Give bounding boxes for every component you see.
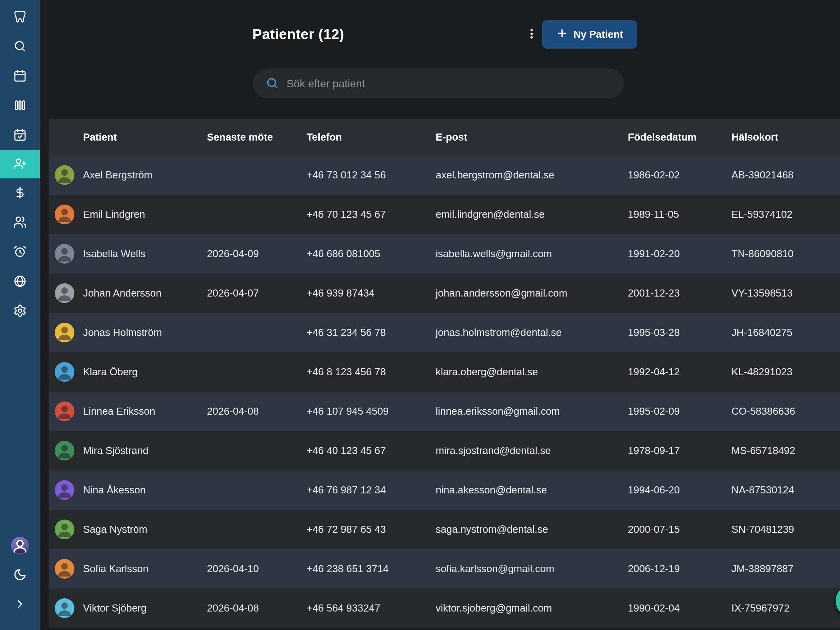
users-icon xyxy=(13,215,27,230)
healthcard-cell: MS-65718492 xyxy=(731,445,840,456)
phone-cell: +46 8 123 456 78 xyxy=(306,366,436,378)
gear-icon xyxy=(13,304,27,319)
patient-name: Sofia Karlsson xyxy=(83,563,148,575)
phone-cell: +46 939 87434 xyxy=(306,287,436,299)
column-header-healthcard[interactable]: Hälsokort xyxy=(731,131,840,143)
column-header-phone[interactable]: Telefon xyxy=(306,131,436,143)
table-row[interactable]: Emil Lindgren +46 70 123 45 67 emil.lind… xyxy=(49,195,840,234)
dob-cell: 1992-04-12 xyxy=(628,366,731,378)
patient-avatar xyxy=(55,362,74,382)
phone-cell: +46 107 945 4509 xyxy=(306,405,436,417)
patient-cell: Isabella Wells xyxy=(49,244,207,264)
sidebar-item-web[interactable] xyxy=(0,267,39,296)
phone-cell: +46 238 651 3714 xyxy=(306,563,436,575)
patient-table: Patient Senaste möte Telefon E-post Föde… xyxy=(49,119,840,628)
calendar-icon xyxy=(13,69,27,84)
column-header-patient[interactable]: Patient xyxy=(49,131,207,143)
sidebar-item-team[interactable] xyxy=(0,208,39,237)
dark-mode-toggle[interactable] xyxy=(0,560,39,590)
sidebar-item-calendar[interactable] xyxy=(0,62,39,91)
phone-cell: +46 73 012 34 56 xyxy=(306,169,436,181)
healthcard-cell: VY-13598513 xyxy=(731,287,840,299)
phone-cell: +46 686 081005 xyxy=(306,248,436,260)
column-header-dob[interactable]: Födelsedatum xyxy=(628,131,731,143)
healthcard-cell: JM-38897887 xyxy=(731,563,840,575)
sidebar-item-patients[interactable] xyxy=(0,150,39,179)
patient-cell: Johan Andersson xyxy=(49,283,207,303)
email-cell: sofia.karlsson@gmail.com xyxy=(436,563,628,575)
table-row[interactable]: Saga Nyström +46 72 987 65 43 saga.nystr… xyxy=(49,510,840,549)
patient-cell: Viktor Sjöberg xyxy=(49,598,207,618)
dob-cell: 1991-02-20 xyxy=(628,248,731,260)
kebab-icon xyxy=(526,28,538,41)
table-row[interactable]: Axel Bergström +46 73 012 34 56 axel.ber… xyxy=(49,155,840,195)
patient-name: Emil Lindgren xyxy=(83,209,145,220)
patient-avatar xyxy=(55,165,74,185)
healthcard-cell: IX-75967972 xyxy=(731,602,840,614)
user-menu[interactable] xyxy=(0,531,39,560)
patient-cell: Axel Bergström xyxy=(49,165,207,185)
dob-cell: 1994-06-20 xyxy=(628,484,731,496)
patient-name: Mira Sjöstrand xyxy=(83,445,148,456)
email-cell: klara.oberg@dental.se xyxy=(436,366,628,378)
email-cell: emil.lindgren@dental.se xyxy=(436,209,628,220)
phone-cell: +46 76 987 12 34 xyxy=(306,484,436,496)
search-icon xyxy=(13,40,27,54)
sidebar-item-appointments[interactable] xyxy=(0,120,39,150)
patient-add-icon xyxy=(13,157,27,172)
sidebar-expand-button[interactable] xyxy=(0,590,39,619)
phone-cell: +46 70 123 45 67 xyxy=(306,209,436,220)
dob-cell: 1995-03-28 xyxy=(628,327,731,339)
new-patient-button[interactable]: Ny Patient xyxy=(542,20,637,49)
column-header-last-meeting[interactable]: Senaste möte xyxy=(207,131,306,143)
patient-cell: Jonas Holmström xyxy=(49,323,207,342)
dob-cell: 2006-12-19 xyxy=(628,563,731,575)
search-input[interactable] xyxy=(287,78,615,90)
email-cell: jonas.holmstrom@dental.se xyxy=(436,327,628,339)
patient-name: Axel Bergström xyxy=(83,169,153,181)
phone-cell: +46 72 987 65 43 xyxy=(306,524,436,535)
sidebar-item-search[interactable] xyxy=(0,32,39,62)
table-body: Axel Bergström +46 73 012 34 56 axel.ber… xyxy=(49,155,840,628)
patient-avatar xyxy=(55,519,74,539)
email-cell: linnea.eriksson@gmail.com xyxy=(436,405,628,417)
healthcard-cell: SN-70481239 xyxy=(731,524,840,535)
alarm-clock-icon xyxy=(13,245,27,260)
table-row[interactable]: Johan Andersson 2026-04-07 +46 939 87434… xyxy=(49,274,840,313)
table-row[interactable]: Viktor Sjöberg 2026-04-08 +46 564 933247… xyxy=(49,589,840,628)
patient-search xyxy=(253,69,624,98)
patient-avatar xyxy=(55,559,74,579)
sidebar-item-board[interactable] xyxy=(0,91,39,120)
search-icon xyxy=(266,77,279,91)
sidebar-item-billing[interactable] xyxy=(0,179,39,208)
email-cell: viktor.sjoberg@gmail.com xyxy=(436,602,628,614)
sidebar-item-reminders[interactable] xyxy=(0,237,39,267)
email-cell: mira.sjostrand@dental.se xyxy=(436,445,628,456)
patient-name: Saga Nyström xyxy=(83,524,147,535)
healthcard-cell: NA-87530124 xyxy=(731,484,840,496)
table-row[interactable]: Jonas Holmström +46 31 234 56 78 jonas.h… xyxy=(49,313,840,352)
table-row[interactable]: Mira Sjöstrand +46 40 123 45 67 mira.sjo… xyxy=(49,431,840,470)
table-row[interactable]: Sofia Karlsson 2026-04-10 +46 238 651 37… xyxy=(49,549,840,589)
healthcard-cell: AB-39021468 xyxy=(731,169,840,181)
dob-cell: 1990-02-04 xyxy=(628,602,731,614)
app-logo[interactable] xyxy=(0,2,39,32)
table-row[interactable]: Isabella Wells 2026-04-09 +46 686 081005… xyxy=(49,234,840,274)
last-meeting-cell: 2026-04-08 xyxy=(207,405,306,417)
dob-cell: 2000-07-15 xyxy=(628,524,731,535)
page-title: Patienter (12) xyxy=(253,26,344,43)
table-row[interactable]: Nina Åkesson +46 76 987 12 34 nina.akess… xyxy=(49,470,840,510)
table-row[interactable]: Linnea Eriksson 2026-04-08 +46 107 945 4… xyxy=(49,392,840,431)
calendar-check-icon xyxy=(13,128,27,143)
more-options-button[interactable] xyxy=(519,22,544,47)
patient-avatar xyxy=(55,401,74,421)
table-row[interactable]: Klara Öberg +46 8 123 456 78 klara.oberg… xyxy=(49,352,840,392)
patient-avatar xyxy=(55,598,74,618)
sidebar-item-settings[interactable] xyxy=(0,296,39,326)
patient-name: Isabella Wells xyxy=(83,248,145,260)
dob-cell: 1995-02-09 xyxy=(628,405,731,417)
patient-cell: Emil Lindgren xyxy=(49,204,207,224)
dob-cell: 1978-09-17 xyxy=(628,445,731,456)
patient-avatar xyxy=(55,283,74,303)
column-header-email[interactable]: E-post xyxy=(436,131,628,143)
